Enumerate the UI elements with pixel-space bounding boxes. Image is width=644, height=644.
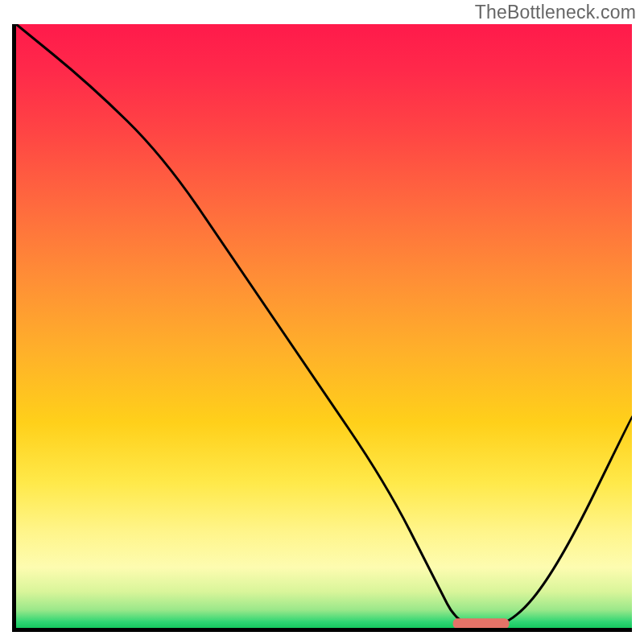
chart-overlay bbox=[16, 24, 632, 628]
optimal-range-marker bbox=[453, 619, 509, 628]
bottleneck-curve bbox=[16, 24, 632, 628]
chart-container: TheBottleneck.com bbox=[0, 0, 644, 644]
plot-area bbox=[12, 24, 632, 632]
watermark-text: TheBottleneck.com bbox=[475, 2, 636, 23]
